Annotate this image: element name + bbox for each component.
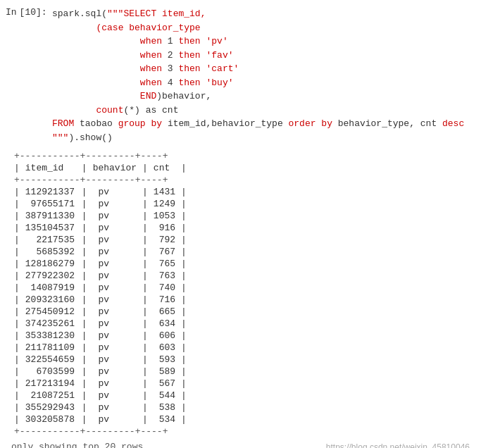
cell-cnt: 1431 xyxy=(151,186,178,198)
cell-cnt: 538 xyxy=(151,402,178,413)
cell-cnt: 606 xyxy=(151,330,178,342)
table-top-border: +-----------+---------+----+ xyxy=(11,150,189,162)
row-sep-r: | xyxy=(178,330,189,342)
table-row: | 5685392 | pv | 767 | xyxy=(11,246,189,258)
str-buy: 'buy' xyxy=(206,77,233,88)
row-sep-r: | xyxy=(178,234,189,246)
row-sep-l: | xyxy=(11,330,23,342)
table-bottom-border: +-----------+---------+----+ xyxy=(11,425,189,437)
cell-item-id: 277922302 xyxy=(23,270,79,282)
cell-behavior: pv xyxy=(90,342,139,354)
header-border-cell: +-----------+---------+----+ xyxy=(11,174,189,186)
count-rest: (*) as cnt xyxy=(123,105,178,116)
row-sep-l: | xyxy=(11,306,23,318)
space: 1 xyxy=(162,36,178,46)
space: 3 xyxy=(162,63,178,74)
row-sep-3: | xyxy=(139,246,151,258)
top-border-cell: +-----------+---------+----+ xyxy=(11,150,189,162)
groupby-cols: item_id,behavior_type xyxy=(162,118,288,129)
cell-behavior: pv xyxy=(90,318,139,330)
table-row: | 211781109 | pv | 603 | xyxy=(11,342,189,354)
row-sep-l: | xyxy=(11,390,23,402)
code-line-1: spark.sql("""SELECT item_id, xyxy=(52,7,475,21)
then-keyword-4: then xyxy=(178,77,200,88)
row-sep-l: | xyxy=(11,354,23,366)
then-keyword-1: then xyxy=(178,36,200,46)
header-sep-right: | xyxy=(178,162,189,174)
code-line-3: when 1 then 'pv' xyxy=(52,35,475,49)
row-sep-l: | xyxy=(11,366,23,378)
triple-quote-open: """SELECT item_id, xyxy=(107,8,206,19)
indent xyxy=(52,23,96,33)
indent xyxy=(52,77,140,88)
row-sep-r: | xyxy=(178,198,189,210)
row-sep-l: | xyxy=(11,318,23,330)
from-rest: taobao xyxy=(74,118,118,129)
cell-behavior: pv xyxy=(90,222,139,234)
results-table: +-----------+---------+----+ | item_id |… xyxy=(11,150,189,437)
row-sep-l: | xyxy=(11,234,23,246)
group-keyword: group xyxy=(118,118,146,129)
row-sep-3: | xyxy=(139,294,151,306)
code-line-8: count(*) as cnt xyxy=(52,104,475,118)
header-sep-left: | xyxy=(11,162,23,174)
row-sep-2: | xyxy=(79,234,90,246)
cell-cnt: 792 xyxy=(151,234,178,246)
row-sep-3: | xyxy=(139,402,151,413)
cell-item-id: 2217535 xyxy=(23,234,79,246)
cell-cnt: 665 xyxy=(151,306,178,318)
bottom-border-line: +-----------+---------+----+ xyxy=(14,426,168,437)
table-row: | 374235261 | pv | 634 | xyxy=(11,318,189,330)
cell-item-id: 211781109 xyxy=(23,342,79,354)
cell-item-id: 209323160 xyxy=(23,294,79,306)
cell-cnt: 1053 xyxy=(151,210,178,222)
row-sep-3: | xyxy=(139,354,151,366)
row-sep-3: | xyxy=(139,258,151,270)
col-header-behavior: behavior xyxy=(90,162,139,174)
cell-cnt: 916 xyxy=(151,222,178,234)
spark-keyword: spark.sql( xyxy=(52,8,107,19)
row-sep-r: | xyxy=(178,210,189,222)
cell-cnt: 544 xyxy=(151,390,178,402)
cell-item-id: 112921337 xyxy=(23,186,79,198)
code-line-5: when 3 then 'cart' xyxy=(52,62,475,76)
table-row: | 355292943 | pv | 538 | xyxy=(11,402,189,413)
cell-item-id: 217213194 xyxy=(23,378,79,390)
cell-cnt: 567 xyxy=(151,378,178,390)
cell-behavior: pv xyxy=(90,294,139,306)
from-keyword: FROM xyxy=(52,118,74,129)
row-sep-r: | xyxy=(178,186,189,198)
code-line-2: (case behavior_type xyxy=(52,21,475,35)
cell-item-id: 322554659 xyxy=(23,354,79,366)
cell-item-id: 5685392 xyxy=(23,246,79,258)
row-sep-l: | xyxy=(11,402,23,413)
table-row: | 353381230 | pv | 606 | xyxy=(11,330,189,342)
table-row: | 277922302 | pv | 763 | xyxy=(11,270,189,282)
indent xyxy=(52,91,140,101)
table-row: | 97655171 | pv | 1249 | xyxy=(11,198,189,210)
table-row: | 14087919 | pv | 740 | xyxy=(11,282,189,294)
col-header-cnt: cnt xyxy=(151,162,178,174)
row-sep-r: | xyxy=(178,294,189,306)
cell-item-id: 303205878 xyxy=(23,413,79,425)
row-sep-3: | xyxy=(139,270,151,282)
table-row: | 275450912 | pv | 665 | xyxy=(11,306,189,318)
cell-item-id: 6703599 xyxy=(23,366,79,378)
cell-item-id: 97655171 xyxy=(23,198,79,210)
by-keyword-2: by xyxy=(321,118,332,129)
output-footer: only showing top 20 rows https://blog.cs… xyxy=(6,439,475,448)
cell-behavior: pv xyxy=(90,330,139,342)
row-sep-2: | xyxy=(79,210,90,222)
row-sep-2: | xyxy=(79,366,90,378)
cell-behavior: pv xyxy=(90,186,139,198)
table-header-border: +-----------+---------+----+ xyxy=(11,174,189,186)
row-sep-l: | xyxy=(11,342,23,354)
row-sep-r: | xyxy=(178,270,189,282)
cell-behavior: pv xyxy=(90,258,139,270)
cell-cnt: 634 xyxy=(151,318,178,330)
cell-behavior: pv xyxy=(90,306,139,318)
row-sep-3: | xyxy=(139,413,151,425)
row-sep-l: | xyxy=(11,222,23,234)
table-row: | 209323160 | pv | 716 | xyxy=(11,294,189,306)
row-sep-3: | xyxy=(139,210,151,222)
